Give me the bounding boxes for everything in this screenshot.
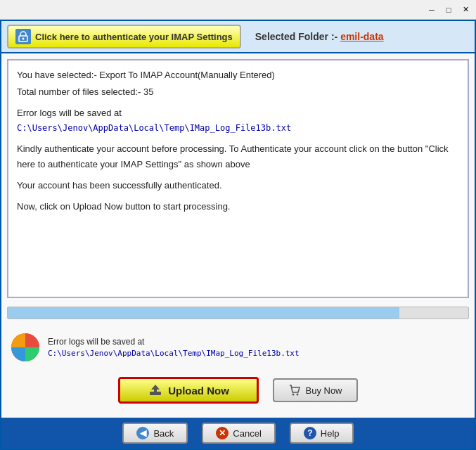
selected-folder-label: Selected Folder :- emil-data [255, 31, 384, 42]
progress-area [7, 304, 469, 322]
auth-success-line: Your account has been successfully authe… [17, 178, 459, 193]
error-log-path: C:\Users\Jenov\AppData\Local\Temp\IMap_L… [17, 121, 459, 135]
buy-now-button[interactable]: Buy Now [273, 378, 357, 402]
buy-now-label: Buy Now [305, 385, 342, 396]
minimize-button[interactable]: ─ [424, 3, 439, 17]
back-label: Back [153, 428, 174, 439]
progress-bar-fill [8, 307, 399, 319]
auth-imap-button[interactable]: Click here to authenticate your IMAP Set… [7, 25, 241, 49]
upload-icon [148, 383, 162, 397]
svg-marker-4 [151, 385, 160, 392]
title-bar: ─ □ ✕ [0, 0, 476, 20]
close-button[interactable]: ✕ [458, 3, 473, 17]
cart-icon [288, 384, 301, 397]
error-log-section: Error logs will be saved at C:\Users\Jen… [7, 328, 469, 367]
content-area: You have selected:- Export To IMAP Accou… [1, 53, 475, 418]
progress-bar-container [7, 307, 469, 319]
folder-name: emil-data [340, 31, 383, 42]
header-bar: Click here to authenticate your IMAP Set… [1, 21, 475, 53]
error-log-file-path: C:\Users\Jenov\AppData\Local\Temp\IMap_L… [48, 348, 300, 360]
pie-chart [10, 332, 41, 363]
help-button[interactable]: ? Help [290, 423, 354, 444]
error-log-label: Error logs will be saved at [48, 335, 300, 348]
auth-button-label: Click here to authenticate your IMAP Set… [35, 32, 233, 42]
upload-now-button[interactable]: Upload Now [118, 377, 259, 404]
info-box: You have selected:- Export To IMAP Accou… [7, 59, 469, 298]
nav-bar: ◀ Back ✕ Cancel ? Help [1, 418, 475, 449]
svg-rect-3 [150, 392, 161, 395]
cancel-button[interactable]: ✕ Cancel [202, 423, 275, 444]
svg-point-6 [297, 394, 299, 396]
auth-icon [15, 29, 31, 44]
export-selection-line: You have selected:- Export To IMAP Accou… [17, 68, 459, 83]
auth-instructions: Kindly authenticate your account before … [17, 141, 459, 172]
help-icon: ? [304, 427, 316, 439]
svg-point-5 [292, 394, 295, 396]
upload-now-label: Upload Now [168, 385, 229, 397]
back-icon: ◀ [136, 427, 149, 439]
cancel-label: Cancel [233, 428, 261, 439]
cancel-icon: ✕ [216, 427, 229, 439]
back-button[interactable]: ◀ Back [122, 423, 188, 444]
maximize-button[interactable]: □ [441, 3, 456, 17]
files-count-line: Total number of files selected:- 35 [17, 84, 459, 100]
help-label: Help [321, 428, 340, 439]
error-log-header: Error logs will be saved at C:\Users\Jen… [17, 105, 459, 135]
main-window: Click here to authenticate your IMAP Set… [0, 20, 476, 450]
svg-point-1 [22, 38, 25, 40]
upload-instruction-line: Now, click on Upload Now button to start… [17, 199, 459, 214]
action-buttons-row: Upload Now Buy Now [7, 373, 469, 408]
error-log-text: Error logs will be saved at C:\Users\Jen… [48, 335, 300, 360]
